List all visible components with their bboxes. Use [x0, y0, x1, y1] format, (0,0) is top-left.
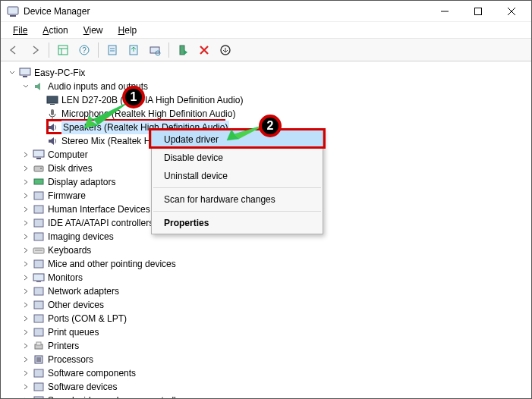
tree-label: Monitors: [48, 271, 83, 284]
menu-view[interactable]: View: [76, 24, 111, 37]
expand-icon[interactable]: [20, 354, 31, 365]
collapse-icon[interactable]: [7, 68, 17, 78]
uninstall-device-button[interactable]: [194, 41, 214, 59]
expand-icon[interactable]: [20, 259, 31, 269]
expand-icon[interactable]: [20, 395, 31, 399]
expand-icon[interactable]: [20, 341, 31, 351]
tree-category[interactable]: Other devices: [7, 298, 530, 312]
category-icon: [33, 299, 45, 311]
tree-category[interactable]: Print queues: [7, 325, 530, 339]
ctx-properties[interactable]: Properties: [152, 214, 323, 232]
svg-rect-23: [51, 109, 54, 115]
collapse-icon[interactable]: [20, 81, 31, 92]
category-icon: [33, 217, 45, 229]
expand-icon[interactable]: [20, 218, 31, 228]
svg-rect-6: [58, 46, 68, 55]
category-icon: [33, 190, 45, 202]
svg-rect-15: [150, 47, 159, 53]
svg-rect-29: [34, 192, 43, 200]
tree-category[interactable]: Sound, video and game controllers: [7, 394, 530, 399]
category-icon: [33, 272, 45, 284]
expand-icon[interactable]: [20, 204, 31, 215]
expand-icon[interactable]: [20, 368, 31, 379]
menu-file[interactable]: File: [5, 24, 35, 37]
ctx-label: Scan for hardware changes: [164, 194, 275, 205]
tree-category[interactable]: Network adapters: [7, 284, 530, 298]
tree-category[interactable]: Processors: [7, 353, 530, 366]
close-button[interactable]: [495, 1, 528, 22]
expand-icon[interactable]: [20, 231, 31, 242]
expand-icon[interactable]: [20, 300, 31, 310]
tree-label: Printers: [48, 339, 79, 353]
tree-label: Sound, video and game controllers: [48, 394, 188, 399]
category-icon: [33, 162, 45, 174]
expand-icon[interactable]: [20, 245, 31, 256]
scan-hardware-button[interactable]: [145, 41, 165, 59]
svg-rect-46: [34, 369, 43, 377]
svg-rect-21: [47, 96, 58, 103]
tree-category[interactable]: Monitors: [7, 271, 530, 284]
svg-rect-31: [34, 219, 43, 227]
enable-device-button[interactable]: [173, 41, 193, 59]
svg-point-27: [40, 168, 42, 169]
svg-rect-24: [33, 150, 44, 157]
ctx-label: Properties: [164, 218, 209, 228]
expand-icon[interactable]: [20, 149, 31, 160]
tree-label: Human Interface Devices: [48, 203, 150, 216]
tree-label: Imaging devices: [48, 230, 114, 243]
category-icon: [33, 381, 45, 393]
tree-category[interactable]: Software devices: [7, 380, 530, 394]
menu-action[interactable]: Action: [35, 24, 75, 37]
expand-icon[interactable]: [20, 313, 31, 324]
tree-category[interactable]: Ports (COM & LPT): [7, 312, 530, 325]
category-icon: [33, 326, 45, 338]
back-button[interactable]: [4, 41, 24, 59]
disable-device-button[interactable]: [216, 41, 235, 59]
tree-category[interactable]: Printers: [7, 339, 530, 353]
menu-help[interactable]: Help: [111, 24, 145, 37]
tree-root-label: Easy-PC-Fix: [34, 66, 85, 80]
ctx-scan-hardware[interactable]: Scan for hardware changes: [152, 190, 323, 209]
expand-icon[interactable]: [20, 286, 31, 297]
category-icon: [33, 149, 45, 161]
maximize-button[interactable]: [461, 1, 495, 22]
svg-rect-25: [36, 158, 41, 159]
ctx-disable-device[interactable]: Disable device: [152, 149, 323, 167]
expand-icon[interactable]: [20, 327, 31, 338]
show-hide-tree-button[interactable]: [53, 41, 73, 59]
expand-icon[interactable]: [20, 382, 31, 392]
expand-icon[interactable]: [20, 190, 31, 201]
forward-button[interactable]: [25, 41, 45, 59]
properties-button[interactable]: [102, 41, 122, 59]
ctx-label: Uninstall device: [164, 171, 228, 181]
expand-icon[interactable]: [20, 272, 31, 283]
expand-icon[interactable]: [20, 163, 31, 174]
minimize-button[interactable]: [428, 1, 461, 22]
tree-category[interactable]: Mice and other pointing devices: [7, 257, 530, 271]
svg-rect-3: [475, 8, 482, 14]
ctx-uninstall-device[interactable]: Uninstall device: [152, 167, 323, 185]
category-icon: [33, 285, 45, 297]
category-icon: [33, 176, 45, 188]
help-button[interactable]: ?: [74, 41, 94, 59]
svg-rect-1: [10, 15, 16, 17]
category-icon: [33, 258, 45, 270]
svg-rect-35: [34, 260, 43, 268]
tree-label: Mice and other pointing devices: [48, 257, 176, 271]
tree-label: IDE ATA/ATAPI controllers: [48, 216, 153, 230]
expand-icon[interactable]: [20, 177, 31, 187]
toolbar: ?: [1, 39, 531, 61]
tree-category-audio[interactable]: Audio inputs and outputs: [7, 80, 530, 93]
tree-label: Processors: [48, 353, 93, 366]
tree-label: Software components: [48, 366, 136, 380]
tree-category[interactable]: Keyboards: [7, 243, 530, 257]
update-driver-button[interactable]: [124, 41, 143, 59]
tree-label: Software devices: [48, 380, 117, 394]
tree-label: Disk drives: [48, 162, 93, 175]
tree-root[interactable]: Easy-PC-Fix: [7, 66, 530, 80]
svg-rect-22: [50, 104, 55, 105]
annotation-badge-1: 1: [122, 86, 145, 108]
svg-rect-32: [34, 233, 43, 240]
tree-category[interactable]: Software components: [7, 366, 530, 380]
svg-rect-28: [34, 179, 43, 184]
